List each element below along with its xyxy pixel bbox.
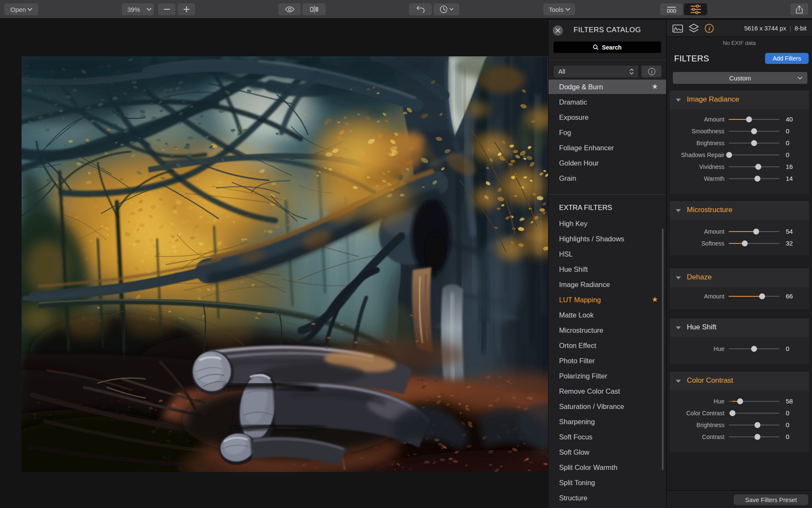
- svg-text:i: i: [651, 69, 653, 74]
- svg-text:i: i: [708, 25, 710, 32]
